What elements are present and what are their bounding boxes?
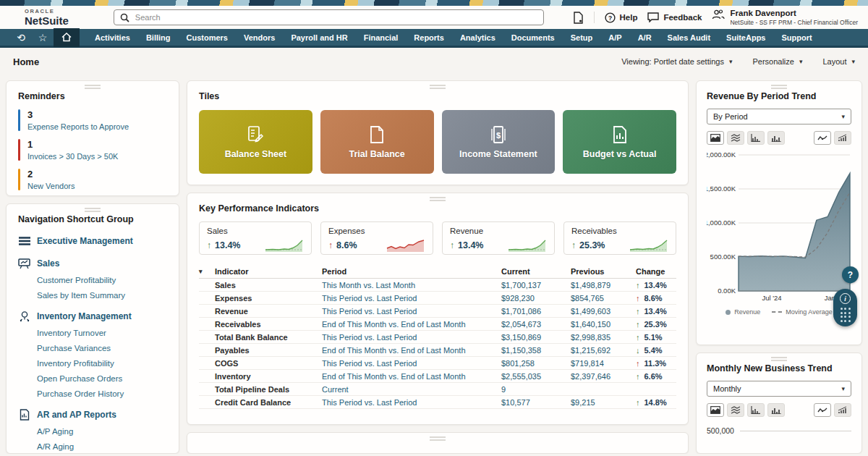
nav-item-setup[interactable]: Setup	[563, 28, 601, 47]
trend-chart-button[interactable]	[834, 403, 851, 417]
table-row[interactable]: Inventory End of This Month vs. End of L…	[199, 370, 676, 383]
col-header-period[interactable]: Period	[322, 267, 501, 276]
shortcut-link[interactable]: Inventory Profitability	[37, 359, 167, 368]
netsuite-wordmark: NetSuite	[25, 15, 69, 26]
nav-item-ap[interactable]: A/P	[600, 28, 629, 47]
chevron-down-icon: ▾	[729, 58, 733, 65]
tile-trial-balance[interactable]: Trial Balance	[320, 110, 434, 174]
monthly-select[interactable]: Monthly ▾	[707, 381, 851, 397]
shortcut-group-sales[interactable]: Sales	[18, 258, 167, 269]
table-row[interactable]: Credit Card Balance This Period vs. Last…	[199, 396, 676, 409]
legend-moving-average[interactable]: Moving Average	[772, 308, 832, 316]
tile-income-statement[interactable]: $ Income Statement	[442, 110, 556, 174]
nav-item-vendors[interactable]: Vendors	[236, 28, 283, 47]
shortcut-group-executive[interactable]: Executive Management	[18, 235, 167, 247]
reminder-count: 1	[27, 139, 118, 150]
drag-handle[interactable]	[771, 357, 787, 361]
reminder-link[interactable]: Expense Reports to Approve	[27, 122, 129, 131]
line-chart-button[interactable]	[814, 131, 831, 145]
cell-previous: $2,397,646	[571, 372, 636, 381]
shortcut-link[interactable]: Customer Profitability	[37, 276, 167, 284]
kpi-card-receivables[interactable]: Receivables ↑ 25.3%	[563, 221, 676, 255]
shortcut-link[interactable]: Purchase Variances	[37, 344, 167, 352]
column-chart-button[interactable]	[767, 403, 785, 417]
table-row[interactable]: Revenue This Period vs. Last Period $1,7…	[199, 305, 676, 318]
feedback-button[interactable]: Feedback	[647, 12, 702, 22]
sparkline-up-good	[507, 237, 547, 253]
period-select[interactable]: By Period ▾	[707, 109, 851, 124]
drag-handle[interactable]	[85, 208, 101, 212]
drag-handle[interactable]	[430, 436, 446, 441]
stacked-line-chart-button[interactable]	[727, 403, 744, 417]
tile-budget-vs-actual[interactable]: Budget vs Actual	[563, 110, 676, 174]
kpi-card-expenses[interactable]: Expenses ↑ 8.6%	[320, 221, 433, 255]
area-chart-button[interactable]	[707, 403, 724, 417]
col-header-change[interactable]: Change	[636, 267, 676, 276]
shortcut-link[interactable]: Sales by Item Summary	[37, 291, 167, 300]
kpi-card-revenue[interactable]: Revenue ↑ 13.4%	[442, 221, 555, 255]
table-row[interactable]: Receivables End of This Month vs. End of…	[199, 318, 676, 331]
nav-item-activities[interactable]: Activities	[87, 28, 138, 47]
collapse-caret-icon[interactable]: ▾	[199, 268, 215, 275]
shortcut-link[interactable]: A/P Aging	[37, 427, 167, 436]
nav-item-payroll-hr[interactable]: Payroll and HR	[283, 28, 355, 47]
col-header-indicator[interactable]: Indicator	[215, 267, 322, 276]
drag-handle[interactable]	[430, 197, 446, 201]
legend-label: Revenue	[734, 308, 760, 316]
nav-item-reports[interactable]: Reports	[406, 28, 452, 47]
help-button[interactable]: ? Help	[605, 12, 638, 23]
nav-item-sales-audit[interactable]: Sales Audit	[660, 28, 719, 47]
nav-item-analytics[interactable]: Analytics	[452, 28, 503, 47]
column-chart-button[interactable]	[767, 131, 785, 145]
home-tab-active[interactable]	[54, 28, 80, 47]
shortcut-link[interactable]: Inventory Turnover	[37, 329, 167, 337]
nav-item-support[interactable]: Support	[774, 28, 820, 47]
new-document-icon[interactable]	[573, 12, 584, 24]
shortcut-link[interactable]: Open Purchase Orders	[37, 374, 167, 383]
nav-item-documents[interactable]: Documents	[503, 28, 563, 47]
netsuite-logo[interactable]: ORACLE NetSuite	[25, 9, 69, 26]
line-chart-button[interactable]	[814, 403, 831, 417]
table-row[interactable]: Sales This Month vs. Last Month $1,700,1…	[199, 279, 676, 292]
layout-dropdown[interactable]: Layout ▾	[822, 57, 855, 66]
legend-revenue[interactable]: Revenue	[726, 308, 760, 316]
recent-records-icon[interactable]: ⟲	[10, 28, 32, 47]
shortcuts-star-icon[interactable]: ☆	[32, 28, 54, 47]
reminder-link[interactable]: New Vendors	[27, 182, 75, 190]
shortcut-group-inventory[interactable]: Inventory Management	[18, 311, 167, 322]
nav-item-suiteapps[interactable]: SuiteApps	[718, 28, 773, 47]
table-row[interactable]: Expenses This Period vs. Last Period $92…	[199, 292, 676, 305]
col-header-current[interactable]: Current	[501, 267, 571, 276]
drag-handle[interactable]	[85, 85, 101, 89]
drag-handle[interactable]	[771, 85, 787, 89]
table-row[interactable]: Total Pipeline Deals Current 9	[199, 383, 676, 396]
revenue-area-chart[interactable]: 2,000.00K 1,500.00K 1,000.00K 500.00K 0.…	[707, 149, 853, 307]
kpi-card-sales[interactable]: Sales ↑ 13.4%	[199, 221, 312, 255]
table-row[interactable]: Payables End of This Month vs. End of La…	[199, 344, 676, 357]
drag-handle[interactable]	[430, 85, 446, 89]
shortcut-link[interactable]: Purchase Order History	[37, 389, 167, 398]
reminder-link[interactable]: Invoices > 30 Days > 50K	[27, 152, 118, 161]
revenue-area-series	[739, 173, 850, 291]
table-row[interactable]: Total Bank Balance This Period vs. Last …	[199, 331, 676, 344]
col-header-previous[interactable]: Previous	[571, 267, 636, 276]
nav-item-customers[interactable]: Customers	[179, 28, 236, 47]
stacked-line-chart-button[interactable]	[727, 131, 744, 145]
nav-item-ar[interactable]: A/R	[630, 28, 660, 47]
shortcut-group-ar-ap[interactable]: AR and AP Reports	[18, 409, 167, 421]
user-menu[interactable]: Frank Davenport NetSuite - SS FF PRM - C…	[712, 9, 858, 26]
shortcut-link[interactable]: A/R Aging	[37, 442, 167, 451]
personalize-dropdown[interactable]: Personalize ▾	[752, 57, 802, 66]
nav-item-billing[interactable]: Billing	[138, 28, 179, 47]
bar-line-chart-button[interactable]	[747, 131, 765, 145]
assistant-widget[interactable]: i	[833, 289, 857, 326]
trend-chart-button[interactable]	[834, 131, 851, 145]
viewing-dropdown[interactable]: Viewing: Portlet date settings ▾	[621, 57, 732, 66]
table-row[interactable]: COGS This Period vs. Last Period $801,25…	[199, 357, 676, 370]
search-input[interactable]: Search	[114, 9, 544, 25]
tile-balance-sheet[interactable]: Balance Sheet	[199, 110, 312, 174]
guided-help-bubble[interactable]: ?	[842, 266, 859, 283]
area-chart-button[interactable]	[707, 131, 724, 145]
bar-line-chart-button[interactable]	[747, 403, 765, 417]
nav-item-financial[interactable]: Financial	[356, 28, 407, 47]
